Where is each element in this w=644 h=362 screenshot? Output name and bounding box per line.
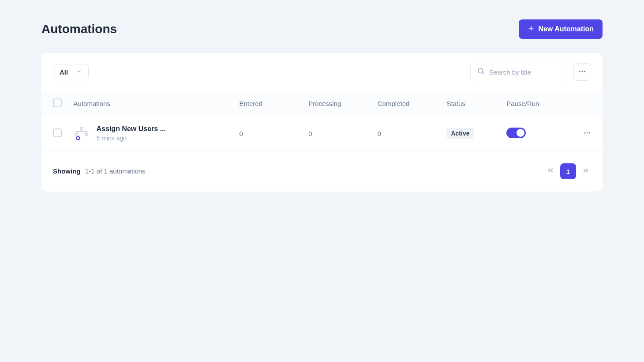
more-horizontal-icon	[578, 68, 586, 77]
table-row[interactable]: Assign New Users ... 5 mins ago 0 0 0 Ac…	[41, 116, 603, 151]
toolbar-more-button[interactable]	[573, 63, 591, 81]
svg-point-5	[582, 71, 583, 72]
col-header-processing: Processing	[303, 91, 372, 116]
svg-point-6	[584, 71, 585, 72]
select-all-checkbox[interactable]	[53, 98, 62, 107]
chevrons-left-icon	[547, 166, 554, 176]
automation-time: 5 mins ago	[97, 135, 166, 142]
svg-point-11	[584, 132, 585, 133]
cell-completed: 0	[372, 116, 442, 151]
showing-detail: 1-1 of 1 automations	[85, 167, 146, 175]
col-header-entered: Entered	[234, 91, 303, 116]
workflow-icon	[74, 125, 90, 141]
page-next-button[interactable]	[580, 166, 591, 177]
svg-point-4	[579, 71, 580, 72]
automations-table: Automations Entered Processing Completed…	[41, 91, 603, 151]
filter-dropdown[interactable]: All	[53, 64, 89, 80]
page-prev-button[interactable]	[545, 166, 556, 177]
search-input[interactable]	[489, 68, 561, 76]
col-header-completed: Completed	[372, 91, 442, 116]
cell-entered: 0	[234, 116, 303, 151]
table-footer: Showing 1-1 of 1 automations 1	[41, 151, 603, 192]
showing-label: Showing	[53, 167, 81, 175]
cell-processing: 0	[303, 116, 372, 151]
search-field[interactable]	[470, 63, 567, 81]
col-header-pause-run: Pause/Run	[501, 91, 570, 116]
toolbar: All	[41, 53, 603, 91]
chevron-down-icon	[76, 68, 82, 76]
plus-icon	[528, 25, 535, 34]
page-number-current[interactable]: 1	[560, 163, 576, 179]
search-icon	[477, 67, 485, 77]
chevrons-right-icon	[582, 166, 590, 176]
svg-point-10	[76, 137, 79, 140]
more-horizontal-icon	[583, 129, 591, 138]
automation-title: Assign New Users ...	[97, 125, 166, 133]
col-header-status: Status	[441, 91, 501, 116]
filter-label: All	[60, 68, 68, 76]
page-header: Automations New Automation	[41, 19, 603, 39]
pagination: 1	[545, 163, 591, 179]
svg-line-3	[482, 72, 483, 74]
row-more-button[interactable]	[583, 129, 591, 138]
svg-point-2	[478, 68, 483, 73]
automations-card: All	[41, 53, 603, 192]
page-title: Automations	[41, 22, 117, 36]
col-header-automations: Automations	[68, 91, 234, 116]
svg-point-12	[587, 132, 588, 133]
run-toggle[interactable]	[506, 128, 526, 138]
new-automation-label: New Automation	[538, 25, 594, 33]
status-badge: Active	[446, 128, 474, 139]
svg-point-13	[589, 132, 590, 133]
row-checkbox[interactable]	[53, 128, 62, 137]
new-automation-button[interactable]: New Automation	[519, 19, 603, 39]
